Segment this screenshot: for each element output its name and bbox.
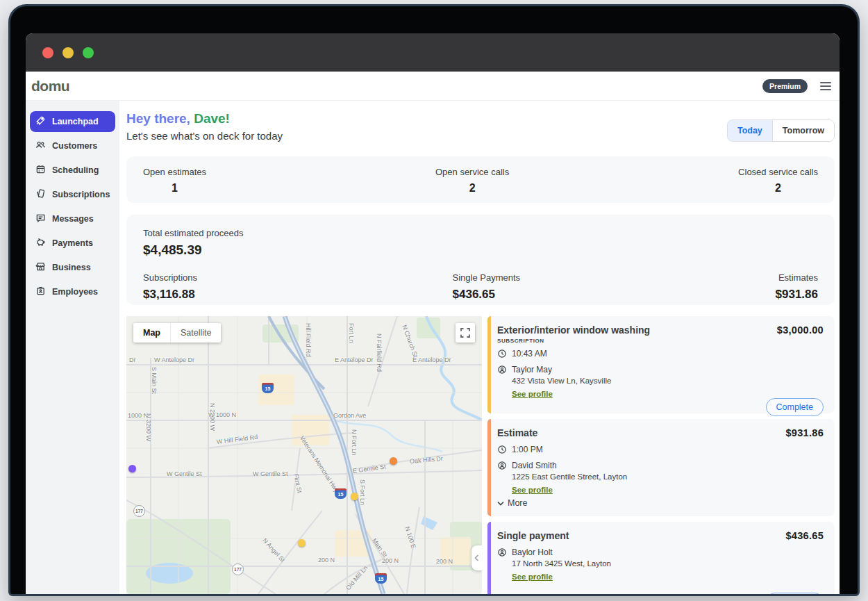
yellow-marker[interactable]	[298, 539, 306, 547]
total-proceeds-value: $4,485.39	[143, 242, 818, 258]
interstate-15-shield: 15	[335, 488, 347, 499]
interstate-15-shield: 15	[262, 383, 274, 393]
chevron-down-icon	[497, 501, 504, 506]
person-icon	[497, 365, 507, 374]
jobs-map[interactable]: DrW Antelope DrE Antelope DrE Antelope D…	[126, 316, 482, 594]
street-label: S Fort Ln	[359, 479, 366, 505]
cards-icon	[35, 188, 46, 201]
today-button[interactable]: Today	[728, 120, 773, 141]
see-profile-link[interactable]: See profile	[512, 390, 824, 398]
rocket-icon	[35, 115, 46, 128]
street-label: 200 N	[382, 557, 399, 564]
street-label: 200 N	[318, 557, 335, 563]
person-icon	[497, 461, 507, 470]
purple-marker[interactable]	[128, 465, 136, 472]
proceeds-value: $3,116.88	[143, 288, 197, 302]
stat-label: Closed service calls	[738, 167, 818, 177]
see-profile-link[interactable]: See profile	[512, 486, 824, 494]
task-card-estimate[interactable]: Estimate $931.86 1:00 PM David Smith	[487, 419, 835, 516]
hamburger-menu-icon[interactable]	[819, 79, 833, 93]
sidebar-item-customers[interactable]: Customers	[30, 135, 115, 156]
task-card-window-washing[interactable]: Exterior/interior window washing $3,000.…	[487, 316, 835, 413]
clock-icon	[497, 349, 507, 359]
customer-name: Baylor Holt	[512, 548, 553, 557]
close-window-button[interactable]	[42, 47, 53, 58]
more-label: More	[508, 498, 527, 508]
stat-open-service-calls: Open service calls 2	[435, 167, 509, 195]
tomorrow-button[interactable]: Tomorrow	[773, 120, 834, 141]
route-177-shield: 177	[232, 563, 244, 575]
sidebar-item-scheduling[interactable]: Scheduling	[30, 160, 115, 181]
satellite-view-button[interactable]: Satellite	[171, 323, 221, 343]
map-view-button[interactable]: Map	[133, 323, 170, 343]
app-logo: domu	[31, 78, 69, 94]
interstate-15-shield: 15	[375, 573, 387, 584]
customer-address: 432 Vista View Ln, Kaysville	[512, 377, 824, 385]
fullscreen-icon	[460, 328, 470, 338]
badge-icon	[35, 286, 46, 298]
stat-value: 2	[435, 182, 509, 195]
street-label: N 3200 W	[145, 413, 152, 441]
sidebar-item-subscriptions[interactable]: Subscriptions	[30, 184, 115, 205]
device-frame: domu Premium Launchpad Customers Sch	[8, 4, 860, 596]
task-title: Estimate	[497, 427, 537, 438]
sidebar-item-label: Subscriptions	[52, 190, 110, 199]
street-label: E Antelope Dr	[412, 356, 451, 363]
day-toggle: Today Tomorrow	[727, 120, 835, 142]
window-titlebar	[26, 33, 840, 72]
street-label: S Main St	[151, 367, 158, 394]
more-expander[interactable]: More	[497, 498, 527, 508]
person-icon	[497, 548, 507, 557]
calendar-icon	[35, 164, 46, 176]
chevron-left-icon	[474, 554, 479, 561]
task-amount: $3,000.00	[777, 324, 824, 336]
sidebar-item-label: Launchpad	[52, 117, 99, 126]
chat-icon	[35, 213, 46, 225]
stat-open-estimates: Open estimates 1	[143, 167, 206, 195]
sidebar-item-payments[interactable]: Payments	[30, 233, 115, 254]
task-amount: $436.65	[785, 530, 824, 541]
piggy-bank-icon	[35, 237, 46, 249]
stat-closed-service-calls: Closed service calls 2	[738, 167, 818, 195]
sidebar-item-messages[interactable]: Messages	[30, 208, 115, 229]
greeting-subtitle: Let's see what's on deck for today	[126, 130, 283, 142]
proceeds-label: Single Payments	[453, 272, 521, 283]
premium-badge: Premium	[762, 79, 808, 93]
zoom-window-button[interactable]	[83, 47, 94, 58]
complete-button[interactable]: Complete	[766, 593, 824, 594]
proceeds-value: $931.86	[776, 288, 818, 302]
sidebar-item-launchpad[interactable]: Launchpad	[30, 111, 115, 132]
customer-address: 1225 East Gentile Street, Layton	[512, 472, 824, 481]
sidebar-item-label: Customers	[52, 141, 97, 151]
map-collapse-tab[interactable]	[471, 545, 482, 570]
sidebar-item-label: Business	[52, 263, 91, 272]
yellow-marker[interactable]	[351, 493, 358, 500]
stat-label: Open estimates	[143, 167, 206, 177]
page-greeting: Hey there, Dave!	[126, 111, 283, 126]
sidebar-item-label: Payments	[52, 238, 93, 248]
proceeds-panel: Total estimated proceeds $4,485.39 Subsc…	[126, 215, 835, 305]
map-fullscreen-button[interactable]	[456, 323, 475, 343]
subscription-tag: SUBSCRIPTION	[497, 338, 824, 344]
clock-icon	[497, 445, 507, 454]
task-time: 1:00 PM	[512, 445, 543, 454]
street-label: 200 N	[436, 558, 453, 565]
route-177-shield: 177	[133, 505, 145, 517]
complete-button[interactable]: Complete	[766, 398, 824, 416]
greeting-hello: Hey there,	[126, 111, 190, 126]
orange-marker[interactable]	[390, 457, 397, 465]
task-card-single-payment[interactable]: Single payment $436.65 Baylor Holt 17 No…	[487, 522, 835, 594]
street-label: W Antelope Dr	[154, 356, 194, 363]
street-label: Dr	[129, 356, 136, 363]
proceeds-label: Estimates	[776, 272, 818, 283]
main-content: Hey there, Dave! Let's see what's on dec…	[119, 101, 840, 596]
sidebar-item-business[interactable]: Business	[30, 257, 115, 278]
task-title: Single payment	[497, 530, 569, 541]
task-title: Exterior/interior window washing	[497, 324, 650, 336]
sidebar-item-employees[interactable]: Employees	[30, 281, 115, 302]
street-label: E Antelope Dr	[335, 356, 374, 363]
street-label: Hill Field Rd	[305, 323, 312, 357]
minimize-window-button[interactable]	[62, 47, 74, 58]
stat-value: 1	[143, 182, 206, 195]
see-profile-link[interactable]: See profile	[512, 573, 824, 581]
